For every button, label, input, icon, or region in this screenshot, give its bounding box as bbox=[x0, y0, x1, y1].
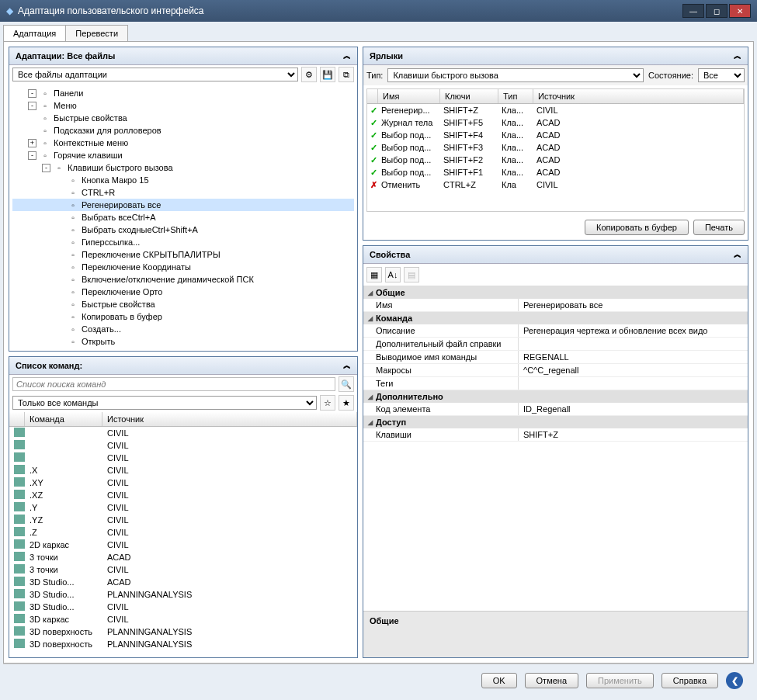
help-button[interactable]: Справка bbox=[662, 673, 718, 688]
command-row[interactable]: CIVIL bbox=[9, 452, 357, 464]
tree-item[interactable]: ▫Гиперссылка... bbox=[12, 236, 354, 248]
property-value[interactable]: SHIFT+Z bbox=[519, 428, 748, 441]
tree-item[interactable]: +▫Контекстные меню bbox=[12, 137, 354, 149]
shortcut-row[interactable]: ✓Журнал телаSHIFT+F5Кла...ACAD bbox=[367, 116, 744, 129]
expand-icon[interactable] bbox=[56, 238, 64, 247]
expand-icon[interactable] bbox=[56, 176, 64, 185]
tree-item[interactable]: ▫Подсказки для ролловеров bbox=[12, 124, 354, 137]
command-row[interactable]: 3D каркасCIVIL bbox=[9, 613, 357, 625]
property-value[interactable]: ID_Regenall bbox=[519, 403, 748, 415]
col-src[interactable]: Источник bbox=[533, 89, 744, 103]
col-type[interactable]: Тип bbox=[498, 89, 533, 103]
property-value[interactable] bbox=[519, 338, 748, 350]
tab-translate[interactable]: Перевести bbox=[65, 25, 128, 41]
property-row[interactable]: КлавишиSHIFT+Z bbox=[363, 428, 748, 442]
collapse-icon[interactable]: ︽ bbox=[343, 50, 351, 61]
ok-button[interactable]: OK bbox=[481, 673, 517, 688]
command-row[interactable]: 3 точкиACAD bbox=[9, 551, 357, 563]
minimize-button[interactable]: — bbox=[682, 4, 704, 18]
expand-icon[interactable] bbox=[56, 313, 64, 321]
expand-icon[interactable]: - bbox=[28, 89, 36, 98]
alphabetical-icon[interactable]: A↓ bbox=[385, 267, 401, 282]
tree-item[interactable]: ▫Переключение Координаты bbox=[12, 261, 354, 273]
tree-item[interactable]: -▫Меню bbox=[12, 99, 354, 112]
print-button[interactable]: Печать bbox=[693, 220, 745, 235]
shortcut-type-select[interactable]: Клавиши быстрого вызова bbox=[387, 68, 644, 82]
collapse-icon[interactable]: ︽ bbox=[734, 50, 741, 61]
shortcut-state-select[interactable]: Все bbox=[698, 68, 745, 82]
command-row[interactable]: .XYCIVIL bbox=[9, 476, 357, 489]
expand-icon[interactable] bbox=[56, 300, 64, 309]
property-grid[interactable]: ◢ОбщиеИмяРегенерировать все◢КомандаОписа… bbox=[363, 286, 748, 611]
shortcut-row[interactable]: ✓Выбор под...SHIFT+F1Кла...ACAD bbox=[367, 166, 744, 178]
search-icon[interactable]: 🔍 bbox=[339, 376, 354, 392]
command-row[interactable]: 3D поверхностьPLANNINGANALYSIS bbox=[9, 625, 357, 638]
col-name[interactable]: Имя bbox=[378, 89, 440, 103]
shortcut-row[interactable]: ✗ОтменитьCTRL+ZКлаCIVIL bbox=[367, 178, 744, 191]
maximize-button[interactable]: ◻ bbox=[706, 4, 727, 18]
expand-icon[interactable]: + bbox=[28, 139, 36, 147]
property-row[interactable]: ИмяРегенерировать все bbox=[363, 299, 748, 312]
property-category[interactable]: ◢Доступ bbox=[363, 416, 748, 428]
expand-icon[interactable]: - bbox=[28, 102, 36, 110]
tree-item[interactable]: ▫Копировать в буфер bbox=[12, 310, 354, 323]
expand-icon[interactable] bbox=[56, 251, 64, 259]
command-row[interactable]: 3D поверхностьPLANNINGANALYSIS bbox=[9, 638, 357, 650]
tree-item[interactable]: ▫Переключение СКРЫТЬПАЛИТРЫ bbox=[12, 248, 354, 261]
command-row[interactable]: .YCIVIL bbox=[9, 501, 357, 514]
help-icon[interactable]: ❮ bbox=[726, 672, 743, 689]
shortcut-row[interactable]: ✓Выбор под...SHIFT+F2Кла...ACAD bbox=[367, 154, 744, 166]
save-icon[interactable]: 💾 bbox=[320, 67, 335, 82]
col-source[interactable]: Источник bbox=[102, 412, 357, 426]
expand-icon[interactable] bbox=[56, 275, 64, 284]
command-row[interactable]: .XZCIVIL bbox=[9, 489, 357, 501]
star-new-icon[interactable]: ☆ bbox=[320, 395, 335, 411]
collapse-icon[interactable]: ︽ bbox=[734, 249, 741, 260]
property-row[interactable]: Теги bbox=[363, 377, 748, 390]
expand-icon[interactable] bbox=[56, 213, 64, 222]
command-row[interactable]: .ZCIVIL bbox=[9, 526, 357, 539]
expand-icon[interactable] bbox=[56, 189, 64, 197]
expand-icon[interactable] bbox=[56, 201, 64, 210]
apply-button[interactable]: Применить bbox=[586, 673, 654, 688]
tree-item[interactable]: ▫Переключение Орто bbox=[12, 286, 354, 298]
props-pages-icon[interactable]: ▤ bbox=[404, 267, 419, 282]
command-search-input[interactable] bbox=[12, 377, 335, 391]
tree-item[interactable]: ▫Кнопка Макро 15 bbox=[12, 174, 354, 186]
tree-item[interactable]: ▫Выбрать сходныеCtrl+Shift+A bbox=[12, 224, 354, 236]
tree-item[interactable]: ▫Быстрые свойства bbox=[12, 112, 354, 124]
property-value[interactable]: ^C^C_regenall bbox=[519, 364, 748, 376]
property-row[interactable]: Макросы^C^C_regenall bbox=[363, 364, 748, 377]
command-row[interactable]: 3 точкиCIVIL bbox=[9, 563, 357, 576]
property-row[interactable]: Код элементаID_Regenall bbox=[363, 403, 748, 416]
expand-icon[interactable] bbox=[28, 114, 36, 123]
adaptation-file-select[interactable]: Все файлы адаптации bbox=[12, 68, 298, 81]
command-row[interactable]: CIVIL bbox=[9, 439, 357, 452]
property-value[interactable]: Регенерировать все bbox=[519, 299, 748, 311]
copy-to-clipboard-button[interactable]: Копировать в буфер bbox=[585, 220, 689, 235]
shortcut-row[interactable]: ✓Регенерир...SHIFT+ZКла...CIVIL bbox=[367, 104, 744, 116]
expand-icon[interactable]: - bbox=[42, 164, 50, 172]
collapse-icon[interactable]: ︽ bbox=[343, 360, 351, 371]
tree-item[interactable]: ▫Быстрые свойства bbox=[12, 298, 354, 310]
property-category[interactable]: ◢Дополнительно bbox=[363, 390, 748, 403]
command-grid[interactable]: Команда Источник CIVILCIVILCIVIL.XCIVIL.… bbox=[9, 412, 357, 657]
expand-icon[interactable] bbox=[56, 226, 64, 234]
tree-item[interactable]: -▫Клавиши быстрого вызова bbox=[12, 161, 354, 174]
col-command[interactable]: Команда bbox=[25, 412, 102, 426]
command-row[interactable]: 3D Studio...ACAD bbox=[9, 576, 357, 588]
property-row[interactable]: ОписаниеРегенерация чертежа и обновление… bbox=[363, 324, 748, 338]
command-row[interactable]: .YZCIVIL bbox=[9, 514, 357, 526]
property-row[interactable]: Дополнительный файл справки bbox=[363, 338, 748, 351]
command-row[interactable]: 3D Studio...PLANNINGANALYSIS bbox=[9, 588, 357, 601]
expand-icon[interactable] bbox=[28, 126, 36, 135]
col-keys[interactable]: Ключи bbox=[440, 89, 498, 103]
categorized-icon[interactable]: ▦ bbox=[366, 267, 382, 282]
property-category[interactable]: ◢Команда bbox=[363, 312, 748, 324]
property-row[interactable]: Выводимое имя командыREGENALL bbox=[363, 351, 748, 364]
expand-icon[interactable] bbox=[56, 338, 64, 346]
command-row[interactable]: 3D Studio...CIVIL bbox=[9, 601, 357, 613]
tree-item[interactable]: -▫Панели bbox=[12, 87, 354, 99]
tree-item[interactable]: ▫Включение/отключение динамической ПСК bbox=[12, 273, 354, 286]
command-filter-select[interactable]: Только все команды bbox=[12, 396, 317, 410]
